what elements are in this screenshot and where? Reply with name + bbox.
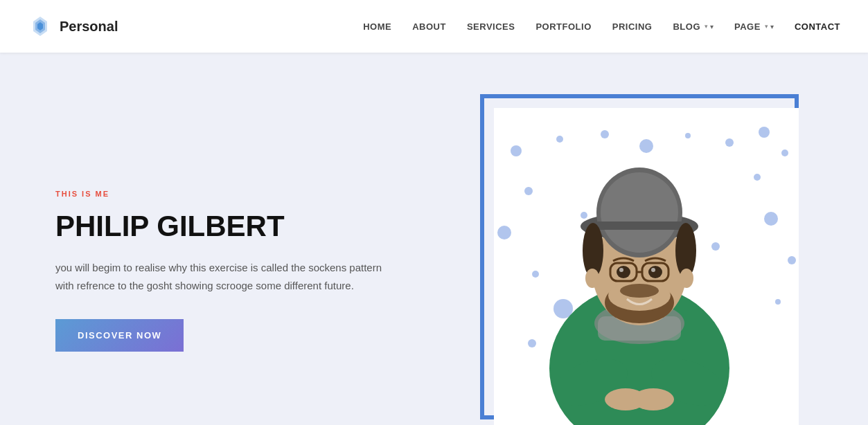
svg-point-18 (788, 256, 796, 264)
hero-section: THIS IS ME PHILIP GILBERT you will begim… (0, 53, 868, 425)
nav-link-services[interactable]: SERVICES (467, 21, 515, 32)
nav-item-services[interactable]: SERVICES (467, 20, 515, 33)
svg-point-52 (680, 269, 693, 288)
nav-link-about[interactable]: ABOUT (412, 21, 446, 32)
svg-point-47 (601, 172, 678, 253)
nav-item-page[interactable]: PAGE ▾ (734, 21, 774, 32)
svg-point-41 (617, 266, 630, 278)
logo[interactable]: Personal (28, 14, 118, 39)
person-image (508, 112, 771, 425)
nav-item-home[interactable]: HOME (363, 20, 391, 33)
nav-item-about[interactable]: ABOUT (412, 20, 446, 33)
svg-point-19 (775, 299, 781, 305)
nav-link-home[interactable]: HOME (363, 21, 391, 32)
nav-item-blog[interactable]: BLOG ▾ (673, 21, 714, 32)
discover-now-button[interactable]: DISCOVER NOW (55, 319, 184, 352)
svg-point-10 (781, 150, 788, 156)
svg-point-43 (619, 268, 623, 272)
nav-link-contact[interactable]: CONTACT (795, 21, 840, 32)
svg-point-42 (648, 266, 662, 278)
nav-link-pricing[interactable]: PRICING (612, 21, 653, 32)
navbar: Personal HOME ABOUT SERVICES PORTFOLIO P… (0, 0, 868, 53)
svg-point-30 (632, 388, 674, 410)
nav-link-page[interactable]: PAGE (734, 21, 761, 32)
hero-left-content: THIS IS ME PHILIP GILBERT you will begim… (55, 176, 402, 352)
nav-link-blog[interactable]: BLOG (673, 21, 700, 32)
nav-link-portfolio[interactable]: PORTFOLIO (535, 21, 591, 32)
svg-rect-48 (596, 221, 682, 230)
hero-description: you will begim to realise why this exerc… (55, 259, 402, 294)
nav-menu: HOME ABOUT SERVICES PORTFOLIO PRICING BL… (363, 20, 840, 33)
hero-right-image (466, 94, 813, 425)
nav-item-pricing[interactable]: PRICING (612, 20, 653, 33)
hero-tagline: THIS IS ME (55, 190, 402, 198)
nav-item-portfolio[interactable]: PORTFOLIO (535, 20, 591, 33)
hero-name: PHILIP GILBERT (55, 210, 402, 242)
svg-point-44 (651, 268, 655, 272)
brand-name: Personal (60, 19, 118, 35)
nav-item-contact[interactable]: CONTACT (795, 20, 840, 33)
svg-point-51 (585, 269, 599, 288)
svg-point-37 (620, 284, 659, 298)
logo-icon (28, 14, 53, 39)
